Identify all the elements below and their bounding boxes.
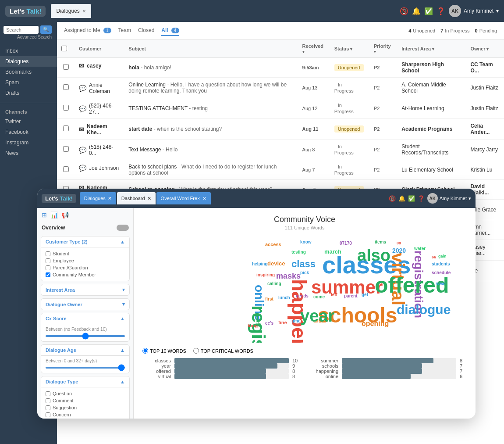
filter-tab-assigned[interactable]: Assigned to Me 1 <box>64 25 111 36</box>
overlay-grid-icon[interactable]: ⊞ <box>42 211 47 218</box>
cx-score-slider[interactable] <box>46 335 125 337</box>
word-year[interactable]: year <box>300 307 334 326</box>
select-all-checkbox[interactable] <box>61 46 67 51</box>
overlay-tab-dashboard[interactable]: Dashboard ✕ <box>117 192 156 204</box>
word-wear[interactable]: wear <box>436 281 446 286</box>
table-row[interactable]: 💬 Joe Johnson Back to school plans - Wha… <box>57 160 504 180</box>
overlay-phone-icon[interactable]: 📵 <box>389 195 396 202</box>
col-received[interactable]: Received <box>298 40 330 58</box>
overlay-user-menu[interactable]: AK Amy Kimmet ▾ <box>427 193 471 204</box>
word-dialogue[interactable]: dialogue <box>397 302 451 317</box>
filter-type-compliment[interactable]: Compliment <box>46 418 125 419</box>
filter-item-student[interactable]: Student <box>46 250 125 257</box>
filter-customer-type-header[interactable]: Customer Type (2) ▲ <box>41 236 129 247</box>
dialogue-age-slider[interactable] <box>46 367 125 369</box>
word-schedule[interactable]: schedule <box>432 270 451 275</box>
word-its[interactable]: its <box>256 322 262 326</box>
word-get[interactable]: get <box>362 292 368 297</box>
filter-tab-all[interactable]: All 4 <box>161 25 179 36</box>
word-first[interactable]: first <box>265 297 273 301</box>
table-row[interactable]: 💬 (518) 248-0... Text Message - Hello Au… <box>57 140 504 160</box>
row-checkbox[interactable] <box>63 125 69 131</box>
word-08[interactable]: 08 <box>397 241 401 245</box>
overlay-help-icon[interactable]: ❓ <box>418 195 425 202</box>
radio-critical[interactable]: TOP CRITICAL WORDS <box>193 348 253 354</box>
overlay-check-icon[interactable]: ✅ <box>408 195 415 202</box>
filter-interest-area-header[interactable]: Interest Area ▾ <box>41 284 129 295</box>
sidebar-item-bookmarks[interactable]: Bookmarks <box>0 67 57 77</box>
advanced-search-link[interactable]: Advanced Search <box>4 34 53 40</box>
word-helping[interactable]: helping <box>252 261 268 266</box>
filter-type-question[interactable]: Question <box>46 390 125 397</box>
word-07170[interactable]: 07170 <box>340 241 352 246</box>
word-pick[interactable]: pick <box>300 270 309 275</box>
table-row[interactable]: ✉ Nadeem Khe... start date - when is the… <box>57 119 504 140</box>
word-inspiring[interactable]: inspiring <box>256 272 275 277</box>
overlay-megaphone-icon[interactable]: 📢 <box>61 211 69 218</box>
overlay-tab-dialogues[interactable]: Dialogues ✕ <box>80 192 116 204</box>
col-interest-area[interactable]: Interest Area <box>397 40 466 58</box>
radio-top10[interactable]: TOP 10 WORDS <box>142 348 186 354</box>
col-owner[interactable]: Owner <box>466 40 504 58</box>
tab-dialogues-close[interactable]: ✕ <box>82 9 86 14</box>
help-icon-btn[interactable]: ❓ <box>437 7 445 15</box>
sidebar-item-drafts[interactable]: Drafts <box>0 88 57 98</box>
search-button[interactable]: 🔍 <box>40 25 52 34</box>
word-access[interactable]: access <box>265 242 281 247</box>
word-testing[interactable]: testing <box>291 250 306 254</box>
word-come[interactable]: come <box>313 294 325 299</box>
filter-item-parent[interactable]: Parent/Guardian <box>46 264 125 271</box>
phone-icon-btn[interactable]: 📵 <box>400 7 408 15</box>
word-66[interactable]: 66 <box>432 255 436 259</box>
filter-dialogue-type-header[interactable]: Dialogue Type ▲ <box>41 376 129 387</box>
word-time[interactable]: time <box>291 319 301 323</box>
tab-dialogues[interactable]: Dialogues ✕ <box>51 4 91 18</box>
filter-cx-score-header[interactable]: Cx Score ▲ <box>41 313 129 324</box>
word-fine[interactable]: fine <box>278 320 287 325</box>
word-needs[interactable]: needs <box>296 294 309 298</box>
row-checkbox[interactable] <box>63 84 69 90</box>
table-row[interactable]: 💬 Annie Coleman Online Learning - Hello,… <box>57 78 504 98</box>
check-icon-btn[interactable]: ✅ <box>424 7 433 15</box>
word-parent[interactable]: parent <box>344 294 358 298</box>
filter-item-employee[interactable]: Employee <box>46 257 125 264</box>
overlay-tab-dashboard-close[interactable]: ✕ <box>147 196 151 201</box>
bell-icon-btn[interactable]: 🔔 <box>412 7 421 15</box>
row-checkbox[interactable] <box>63 105 69 111</box>
sidebar-item-facebook[interactable]: Facebook <box>0 127 57 137</box>
sidebar-item-twitter[interactable]: Twitter <box>0 116 57 127</box>
word-opening[interactable]: opening <box>362 320 389 328</box>
overlay-bell-icon[interactable]: 🔔 <box>398 195 405 202</box>
filter-dialogue-owner-header[interactable]: Dialogue Owner ▾ <box>41 299 129 310</box>
overview-toggle[interactable] <box>117 225 129 231</box>
overlay-tab-dialogues-close[interactable]: ✕ <box>108 196 112 201</box>
sidebar-item-dialogues[interactable]: Dialogues <box>0 56 57 67</box>
filter-type-concern[interactable]: Concern <box>46 411 125 418</box>
row-checkbox[interactable] <box>63 146 69 152</box>
sidebar-item-inbox[interactable]: Inbox <box>0 46 57 56</box>
user-menu[interactable]: AK Amy Kimmet ▾ <box>449 5 499 17</box>
word-ecs[interactable]: ec's <box>265 321 273 326</box>
filter-item-community[interactable]: Community Member <box>46 271 125 278</box>
filter-dialogue-age-header[interactable]: Dialogue Age ▲ <box>41 345 129 356</box>
sidebar-item-instagram[interactable]: Instagram <box>0 137 57 148</box>
word-students-sm[interactable]: students <box>432 261 450 266</box>
table-row[interactable]: 💬 (520) 406-27... TESTING ATTACHMENT - t… <box>57 98 504 119</box>
sidebar-item-news[interactable]: News <box>0 148 57 158</box>
sidebar-item-spam[interactable]: Spam <box>0 77 57 88</box>
filter-tab-closed[interactable]: Closed <box>138 25 154 36</box>
word-class[interactable]: class <box>291 258 316 270</box>
row-checkbox[interactable] <box>63 64 69 70</box>
word-know[interactable]: know <box>300 240 312 244</box>
col-status[interactable]: Status <box>330 40 369 58</box>
row-checkbox[interactable] <box>63 166 69 172</box>
filter-type-suggestion[interactable]: Suggestion <box>46 404 125 411</box>
search-input[interactable] <box>4 26 39 34</box>
word-left[interactable]: left <box>331 292 337 297</box>
overlay-chart-icon[interactable]: 📊 <box>50 211 58 218</box>
word-device[interactable]: device <box>267 260 285 267</box>
word-calling[interactable]: calling <box>267 281 281 286</box>
table-row[interactable]: ✉ casey hola - hola amigo! 9:53am Unopen… <box>57 58 504 78</box>
col-priority[interactable]: Priority <box>369 40 397 58</box>
word-gain[interactable]: gain <box>438 254 447 258</box>
